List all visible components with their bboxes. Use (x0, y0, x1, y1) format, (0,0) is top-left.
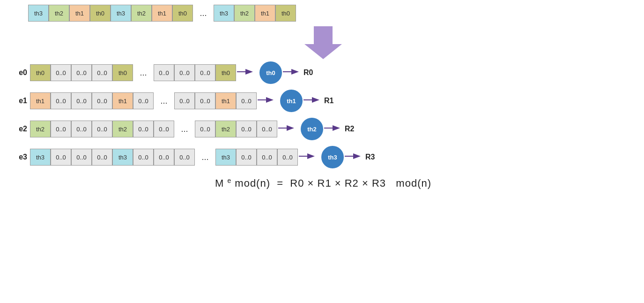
top-cell-th0: th0 (172, 5, 193, 22)
arrow-to-circle-e2 (278, 123, 296, 135)
result-label-e2: R2 (345, 125, 354, 133)
top-cell-th3: th3 (28, 5, 49, 22)
cell-e0-th0: th0 (215, 64, 236, 81)
sub-row-e3: e3th30..00..00..0th30..00..00..0...th30.… (9, 146, 637, 168)
cell-e3-00: 0..0 (277, 149, 298, 166)
arrow-result-e3 (345, 152, 363, 163)
top-row: th3th2th1th0th3th2th1th0...th3th2th1th0 (14, 5, 637, 22)
sub-row-cells-e3: th30..00..00..0th30..00..00..0...th30..0… (30, 149, 298, 166)
sub-row-e1: e1th10..00..00..0th10..0...0..00..0th10.… (9, 90, 637, 112)
down-arrow-container (9, 26, 637, 59)
cell-e0-00: 0..0 (195, 64, 215, 81)
arrow-result-e0 (283, 67, 301, 79)
cell-e3-00: 0..0 (92, 149, 112, 166)
cell-e1-th1: th1 (215, 92, 236, 109)
cell-e2-th2: th2 (112, 121, 133, 137)
cell-e3-.: ... (195, 149, 215, 166)
top-cell-th3: th3 (214, 5, 234, 22)
sub-row-e0: e0th00..00..00..0th0...0..00..00..0th0th… (9, 61, 637, 84)
svg-marker-0 (304, 26, 342, 59)
circle-e3: th3 (321, 146, 344, 168)
cell-e2-00: 0..0 (51, 121, 71, 137)
cell-e1-00: 0..0 (236, 92, 257, 109)
cell-e3-th3: th3 (112, 149, 133, 166)
cell-e3-00: 0..0 (257, 149, 277, 166)
arrow-to-circle-e3 (299, 152, 317, 163)
cell-e0-00: 0..0 (51, 64, 71, 81)
sub-row-label-e2: e2 (9, 125, 27, 133)
cell-e0-th0: th0 (112, 64, 133, 81)
result-label-e3: R3 (365, 153, 375, 161)
cell-e3-00: 0..0 (133, 149, 154, 166)
cell-e0-00: 0..0 (71, 64, 92, 81)
cell-e0-.: ... (133, 64, 154, 81)
cell-e2-th2: th2 (215, 121, 236, 137)
top-cell-th1: th1 (255, 5, 275, 22)
cell-e2-00: 0..0 (195, 121, 215, 137)
top-cell-th2: th2 (131, 5, 152, 22)
cell-e2-00: 0..0 (257, 121, 277, 137)
cell-e3-00: 0..0 (51, 149, 71, 166)
top-cell-th1: th1 (69, 5, 90, 22)
top-row-cells: th3th2th1th0th3th2th1th0...th3th2th1th0 (28, 5, 296, 22)
arrow-result-e1 (303, 95, 321, 107)
cell-e2-00: 0..0 (92, 121, 112, 137)
down-arrow-icon (304, 26, 342, 59)
cell-e2-00: 0..0 (133, 121, 154, 137)
cell-e2-00: 0..0 (236, 121, 257, 137)
arrow-to-circle-e1 (258, 95, 275, 107)
cell-e1-00: 0..0 (174, 92, 195, 109)
circle-e0: th0 (259, 61, 282, 84)
top-cell-th0: th0 (275, 5, 296, 22)
sub-rows: e0th00..00..00..0th0...0..00..00..0th0th… (9, 61, 637, 168)
circle-e2: th2 (301, 118, 323, 140)
sub-row-label-e1: e1 (9, 97, 27, 105)
cell-e2-th2: th2 (30, 121, 51, 137)
formula: M e mod(n) = R0 × R1 × R2 × R3 mod(n) (9, 177, 637, 189)
cell-e3-00: 0..0 (174, 149, 195, 166)
cell-e3-th3: th3 (30, 149, 51, 166)
sub-row-cells-e0: th00..00..00..0th0...0..00..00..0th0 (30, 64, 236, 81)
cell-e1-00: 0..0 (92, 92, 112, 109)
sub-row-label-e3: e3 (9, 153, 27, 161)
arrow-to-circle-e0 (237, 67, 255, 79)
cell-e3-th3: th3 (215, 149, 236, 166)
cell-e3-00: 0..0 (236, 149, 257, 166)
result-label-e0: R0 (303, 68, 313, 77)
cell-e1-th1: th1 (112, 92, 133, 109)
cell-e3-00: 0..0 (71, 149, 92, 166)
cell-e0-00: 0..0 (92, 64, 112, 81)
circle-e1: th1 (280, 90, 303, 112)
cell-e0-th0: th0 (30, 64, 51, 81)
top-cell-th0: th0 (90, 5, 111, 22)
sub-row-cells-e2: th20..00..00..0th20..00..0...0..0th20..0… (30, 121, 277, 137)
cell-e1-00: 0..0 (71, 92, 92, 109)
cell-e1-th1: th1 (30, 92, 51, 109)
arrow-result-e2 (324, 123, 342, 135)
result-label-e1: R1 (324, 97, 333, 105)
top-cell-th2: th2 (234, 5, 255, 22)
cell-e2-.: ... (174, 121, 195, 137)
cell-e0-00: 0..0 (174, 64, 195, 81)
cell-e0-00: 0..0 (154, 64, 174, 81)
sub-row-cells-e1: th10..00..00..0th10..0...0..00..0th10..0 (30, 92, 257, 109)
sub-row-e2: e2th20..00..00..0th20..00..0...0..0th20.… (9, 118, 637, 140)
cell-e3-00: 0..0 (154, 149, 174, 166)
top-cell-th2: th2 (49, 5, 69, 22)
sub-row-label-e0: e0 (9, 68, 27, 77)
cell-e1-.: ... (154, 92, 174, 109)
cell-e1-00: 0..0 (195, 92, 215, 109)
cell-e1-00: 0..0 (133, 92, 154, 109)
cell-e1-00: 0..0 (51, 92, 71, 109)
top-cell-th1: th1 (152, 5, 172, 22)
diagram-container: th3th2th1th0th3th2th1th0...th3th2th1th0 … (9, 5, 637, 189)
cell-e2-00: 0..0 (154, 121, 174, 137)
cell-e2-00: 0..0 (71, 121, 92, 137)
top-cell-.: ... (193, 5, 214, 22)
top-cell-th3: th3 (111, 5, 131, 22)
